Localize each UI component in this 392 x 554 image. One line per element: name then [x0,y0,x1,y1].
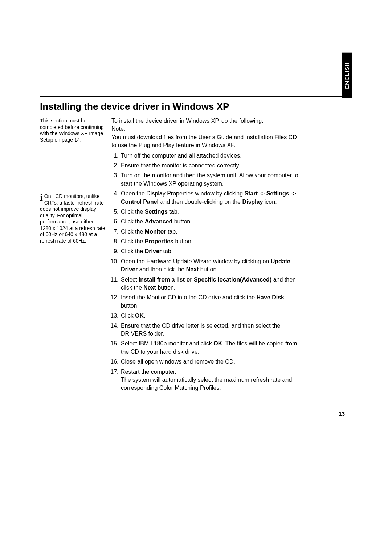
text: Click the [121,218,145,225]
bold-properties: Properties [145,238,173,244]
text: Click [121,312,135,319]
sidenote-prerequisite: This section must be completed before co… [40,118,105,143]
text: Click the [121,209,145,215]
text: Restart the computer. [121,369,176,375]
step-10: Open the Hardware Update Wizard window b… [120,258,300,274]
step-14: Ensure that the CD drive letter is selec… [120,322,300,338]
bold-control-panel: Control Panel [121,199,159,205]
step-17: Restart the computer. The system will au… [120,368,300,392]
text: Click the [121,238,145,244]
intro-line1: To install the device driver in Windows … [111,118,264,124]
page-heading: Installing the device driver in Windows … [40,101,229,112]
text: Select [121,276,139,283]
intro-note-label: Note: [111,126,125,132]
step-2: Ensure that the monitor is connected cor… [120,162,300,170]
sidenote-info-text: On LCD monitors, unlike CRTs, a faster r… [40,193,105,244]
sidenote-info: iOn LCD monitors, unlike CRTs, a faster … [40,193,105,244]
manual-page: ENGLISH Installing the device driver in … [0,0,392,554]
text: Select IBM L180p monitor and click [121,340,213,347]
bold-display: Display [242,199,263,205]
step-4: Open the Display Properties window by cl… [120,190,300,206]
step-16: Close all open windows and remove the CD… [120,358,300,366]
bold-install-from-list: Install from a list or Specific location… [139,276,271,283]
page-number: 13 [339,411,345,417]
bold-have-disk: Have Disk [257,294,285,300]
text: Open the Display Properties window by cl… [121,190,245,197]
step-11: Select Install from a list or Specific l… [120,276,300,292]
info-icon: i [40,193,43,202]
text: button. [156,284,175,291]
text: button. [121,303,139,309]
text: -> [289,190,296,197]
bold-ok: OK [135,312,144,319]
bold-advanced: Advanced [145,218,172,225]
bold-settings-tab: Settings [145,209,168,215]
text: button. [199,266,218,272]
text: button. [172,218,192,225]
language-tab: ENGLISH [342,53,352,98]
text: -> [258,190,266,197]
intro-note-text: You must download files from the User s … [111,134,297,148]
text: and then click the [138,266,186,272]
text: tab. [166,229,177,235]
step-5: Click the Settings tab. [120,208,300,216]
step-1: Turn off the computer and all attached d… [120,152,300,160]
bold-start: Start [245,190,258,197]
text: Click the [121,229,145,235]
bold-settings: Settings [266,190,289,197]
text: tab. [168,209,179,215]
text: Click the [121,248,145,254]
text: and then double-clicking on the [159,199,242,205]
main-content: To install the device driver in Windows … [111,117,300,394]
steps-list: Turn off the computer and all attached d… [111,152,300,392]
bold-ok: OK [213,340,222,347]
bold-monitor: Monitor [145,229,166,235]
intro-text: To install the device driver in Windows … [111,117,300,150]
text: tab. [162,248,173,254]
step-7: Click the Monitor tab. [120,228,300,236]
step-15: Select IBM L180p monitor and click OK. T… [120,340,300,356]
text: icon. [263,199,277,205]
step-6: Click the Advanced button. [120,218,300,226]
step-3: Turn on the monitor and then the system … [120,171,300,188]
bold-driver: Driver [145,248,162,254]
bold-next: Next [186,266,199,272]
step-13: Click OK. [120,312,300,320]
text: Insert the Monitor CD into the CD drive … [121,294,257,300]
step-12: Insert the Monitor CD into the CD drive … [120,294,300,310]
text: button. [173,238,193,244]
text: . [144,312,145,319]
text: Open the Hardware Update Wizard window b… [121,258,271,264]
step-9: Click the Driver tab. [120,247,300,255]
horizontal-rule [40,96,345,97]
text: The system will automatically select the… [121,377,292,391]
bold-next: Next [143,284,156,291]
step-8: Click the Properties button. [120,238,300,246]
